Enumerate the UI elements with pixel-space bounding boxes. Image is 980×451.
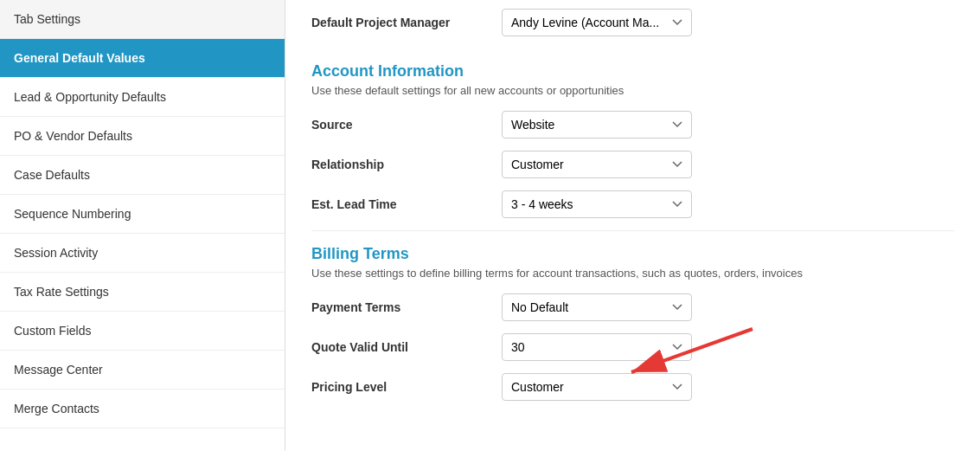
field-label-relationship: Relationship [311,158,502,171]
field-row-source: SourceWebsitePhoneEmailOther [311,111,954,139]
sidebar-item-session-activity[interactable]: Session Activity [0,234,285,273]
default-project-manager-wrap: Andy Levine (Account Ma... [502,9,692,36]
field-row-pricing-level: Pricing LevelCustomerStandardPremiumWhol… [311,373,954,401]
default-project-manager-select[interactable]: Andy Levine (Account Ma... [502,9,692,36]
account-fields: SourceWebsitePhoneEmailOtherRelationship… [311,111,954,218]
field-select-est-lead-time[interactable]: 1 week2 weeks3 - 4 weeks5+ weeks [502,190,692,218]
field-select-wrap-payment-terms: No DefaultNet 30Net 60Due on Receipt [502,293,692,321]
sidebar-item-merge-contacts[interactable]: Merge Contacts [0,390,285,428]
field-row-relationship: RelationshipCustomerProspectPartnerVendo… [311,151,954,178]
field-select-wrap-quote-valid-until: 1530456090 [502,333,692,361]
billing-section-desc: Use these settings to define billing ter… [311,267,954,280]
field-label-quote-valid-until: Quote Valid Until [311,340,502,354]
sidebar-item-tax-rate-settings[interactable]: Tax Rate Settings [0,273,285,312]
sidebar-item-case-defaults[interactable]: Case Defaults [0,156,285,195]
field-label-est-lead-time: Est. Lead Time [311,197,502,211]
field-select-quote-valid-until[interactable]: 1530456090 [502,333,692,361]
section-divider [311,230,954,231]
field-row-quote-valid-until: Quote Valid Until1530456090 [311,333,954,361]
field-select-relationship[interactable]: CustomerProspectPartnerVendor [502,151,692,178]
field-row-payment-terms: Payment TermsNo DefaultNet 30Net 60Due o… [311,293,954,321]
top-field-row: Default Project Manager Andy Levine (Acc… [311,9,954,45]
field-select-wrap-relationship: CustomerProspectPartnerVendor [502,151,692,178]
sidebar-item-tab-settings[interactable]: Tab Settings [0,0,285,39]
main-content: Default Project Manager Andy Levine (Acc… [285,0,980,451]
billing-section-title: Billing Terms [311,245,954,263]
account-section-desc: Use these default settings for all new a… [311,84,954,97]
field-label-payment-terms: Payment Terms [311,300,502,314]
account-section-title: Account Information [311,62,954,81]
field-label-source: Source [311,118,502,132]
sidebar-item-po-vendor-defaults[interactable]: PO & Vendor Defaults [0,117,285,156]
sidebar-item-message-center[interactable]: Message Center [0,351,285,390]
billing-fields: Payment TermsNo DefaultNet 30Net 60Due o… [311,293,954,401]
field-select-wrap-source: WebsitePhoneEmailOther [502,111,692,139]
sidebar-item-sequence-numbering[interactable]: Sequence Numbering [0,195,285,234]
sidebar-item-custom-fields[interactable]: Custom Fields [0,312,285,351]
field-select-wrap-pricing-level: CustomerStandardPremiumWholesale [502,373,692,401]
field-select-wrap-est-lead-time: 1 week2 weeks3 - 4 weeks5+ weeks [502,190,692,218]
field-select-source[interactable]: WebsitePhoneEmailOther [502,111,692,139]
field-label-pricing-level: Pricing Level [311,380,502,394]
default-project-manager-label: Default Project Manager [311,16,502,29]
field-select-payment-terms[interactable]: No DefaultNet 30Net 60Due on Receipt [502,293,692,321]
field-row-est-lead-time: Est. Lead Time1 week2 weeks3 - 4 weeks5+… [311,190,954,218]
sidebar: Tab SettingsGeneral Default ValuesLead &… [0,0,285,451]
sidebar-item-general-default-values[interactable]: General Default Values [0,39,285,78]
field-select-pricing-level[interactable]: CustomerStandardPremiumWholesale [502,373,692,401]
sidebar-item-lead-opportunity-defaults[interactable]: Lead & Opportunity Defaults [0,78,285,117]
